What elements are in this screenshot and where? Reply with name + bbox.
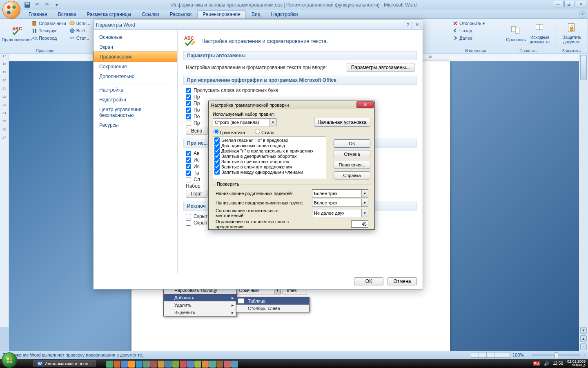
qat-save-icon[interactable] xyxy=(24,1,31,9)
chk-opt2[interactable] xyxy=(186,94,191,100)
ql-icon[interactable] xyxy=(165,361,172,368)
nav-display[interactable]: Экран xyxy=(94,42,177,52)
view-web[interactable] xyxy=(486,352,494,358)
nav-trustcenter[interactable]: Центр управления безопасностью xyxy=(94,105,177,120)
radio-grammar[interactable]: Грамматика xyxy=(214,129,245,135)
aux-button[interactable]: Вспо xyxy=(186,127,207,135)
radio-style[interactable]: Стиль xyxy=(255,129,274,135)
rule-chk[interactable] xyxy=(214,169,220,175)
ql-icon[interactable] xyxy=(209,361,216,368)
ribbon-tab-review[interactable]: Рецензирование xyxy=(197,10,246,18)
grammar-ok-button[interactable]: ОК xyxy=(334,139,370,148)
recheck-button[interactable]: Повт xyxy=(186,190,207,198)
ql-icon[interactable] xyxy=(187,361,194,368)
chk-w3[interactable] xyxy=(186,164,191,169)
grammar-help-button[interactable]: Справка xyxy=(334,171,370,180)
window-close-button[interactable]: ✕ xyxy=(576,1,586,7)
chk-hide-spell[interactable] xyxy=(186,214,191,219)
ctx-insert[interactable]: Добавить▸ xyxy=(164,294,236,301)
nav-customize[interactable]: Настройка xyxy=(94,85,177,95)
taskbar-app-word[interactable]: W Информатика и осно... xyxy=(33,360,96,367)
chk-opt4[interactable] xyxy=(186,108,191,113)
zoom-slider[interactable] xyxy=(532,354,581,356)
ql-icon[interactable] xyxy=(136,361,143,368)
wordcount-button[interactable]: 123Стат... xyxy=(69,34,91,42)
next-button[interactable]: Далее xyxy=(452,34,499,42)
rules-list[interactable]: Беглая гласная "-о" в предлогах Два один… xyxy=(213,137,326,179)
nav-resources[interactable]: Ресурсы xyxy=(94,120,177,130)
browse-object-icon[interactable]: ○ xyxy=(580,343,587,350)
protect-button[interactable]: Защитить документ xyxy=(558,20,586,47)
ribbon-help-icon[interactable]: ? xyxy=(579,11,586,18)
ctx-delete[interactable]: Удалить▸ xyxy=(164,301,236,309)
rule-chk[interactable] xyxy=(214,153,220,159)
grammar-explain-button[interactable]: Пояснения... xyxy=(334,161,370,169)
rule-chk[interactable] xyxy=(214,143,220,148)
translate-button[interactable]: a文Перевод xyxy=(31,34,67,42)
qat-customize-icon[interactable]: ▾ xyxy=(53,1,60,9)
ribbon-tab-references[interactable]: Ссылки xyxy=(137,11,164,18)
window-restore-button[interactable]: 🗗 xyxy=(564,1,575,7)
genitive-combo[interactable]: Более трех▼ xyxy=(312,189,368,197)
ql-icon[interactable] xyxy=(180,361,187,368)
vertical-ruler[interactable]: 1718192021222324252627 xyxy=(0,54,9,327)
prepositional-combo[interactable]: Более трех▼ xyxy=(312,199,368,207)
start-button[interactable] xyxy=(2,352,17,368)
view-print-layout[interactable] xyxy=(471,352,479,358)
dialog-cancel-button[interactable]: Отмена xyxy=(388,277,417,285)
view-outline[interactable] xyxy=(494,352,502,358)
rule-chk[interactable] xyxy=(214,148,220,153)
pronoun-combo[interactable]: Не далее двух▼ xyxy=(312,209,368,217)
rule-chk[interactable] xyxy=(214,159,220,164)
ql-icon[interactable] xyxy=(121,361,128,368)
grammar-titlebar[interactable]: Настройка грамматической проверки ✕ xyxy=(209,101,374,109)
zoom-value[interactable]: 100% xyxy=(512,352,524,357)
ribbon-tab-pagelayout[interactable]: Разметка страницы xyxy=(82,11,136,18)
chk-opt5[interactable] xyxy=(186,114,191,119)
tray-time[interactable]: 12:50 xyxy=(553,361,563,366)
ctx-select[interactable]: Выделить▸ xyxy=(164,309,236,316)
ql-icon[interactable] xyxy=(128,361,135,368)
showsource-button[interactable]: Исходные документы xyxy=(528,20,552,47)
zoom-out-icon[interactable]: − xyxy=(526,352,529,357)
autocorrect-options-button[interactable]: Параметры автозамены... xyxy=(347,63,414,72)
qat-undo-icon[interactable]: ↶ xyxy=(33,1,41,9)
scroll-down-icon[interactable]: ▼ xyxy=(580,327,587,334)
ribbon-tab-home[interactable]: Главная xyxy=(24,11,52,18)
thesaurus-button[interactable]: Тезаурус xyxy=(31,27,67,34)
rule-chk[interactable] xyxy=(214,137,220,143)
chk-w1[interactable] xyxy=(186,151,191,156)
chk-opt6[interactable] xyxy=(186,121,191,126)
previous-button[interactable]: Назад xyxy=(452,27,499,34)
chk-w5[interactable] xyxy=(186,177,191,182)
ribbon-tab-insert[interactable]: Вставка xyxy=(53,11,81,18)
ql-icon[interactable] xyxy=(224,361,231,368)
reset-button[interactable]: Начальная установка xyxy=(314,118,370,127)
grammar-cancel-button[interactable]: Отмена xyxy=(334,150,370,158)
scroll-thumb[interactable] xyxy=(580,56,587,80)
research-button[interactable]: Справочники xyxy=(31,20,67,27)
view-draft[interactable] xyxy=(502,352,510,358)
chk-w4[interactable] xyxy=(186,171,191,176)
tooltip-button[interactable]: Вспл... xyxy=(69,20,91,27)
window-minimize-button[interactable]: — xyxy=(553,1,564,7)
ql-icon[interactable] xyxy=(143,361,150,368)
browse-prev-icon[interactable]: ▲ xyxy=(580,335,587,342)
ribbon-tab-view[interactable]: Вид xyxy=(247,11,265,18)
zoom-in-icon[interactable]: + xyxy=(583,352,586,357)
view-full-screen[interactable] xyxy=(479,352,487,358)
nav-addins[interactable]: Надстройки xyxy=(94,95,177,105)
nav-save[interactable]: Сохранение xyxy=(94,62,177,72)
nav-advanced[interactable]: Дополнительно xyxy=(94,72,177,81)
dialog-close-icon[interactable]: ✕ xyxy=(413,22,421,28)
dialog-ok-button[interactable]: ОК xyxy=(354,277,383,285)
ctx-insert-table[interactable]: Таблица xyxy=(236,297,309,305)
qat-redo-icon[interactable]: ↷ xyxy=(43,1,51,9)
reject-button[interactable]: Отклонить ▾ xyxy=(452,20,499,27)
tray-lang-icon[interactable]: RU xyxy=(533,361,540,366)
chk-opt3[interactable] xyxy=(186,101,191,106)
setlanguage-button[interactable]: Выб... xyxy=(69,27,91,34)
ql-icon[interactable] xyxy=(202,361,209,368)
nav-general[interactable]: Основные xyxy=(94,32,177,42)
dialog-help-icon[interactable]: ? xyxy=(404,22,412,28)
